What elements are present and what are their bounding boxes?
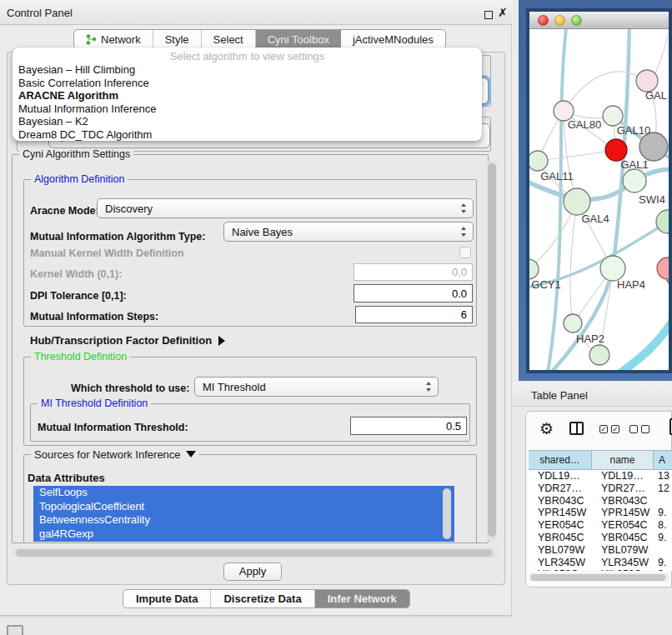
dropdown-item[interactable]: ARACNE Algorithm bbox=[13, 89, 482, 102]
node-label: GAL11 bbox=[540, 170, 574, 182]
aracne-mode-combo[interactable]: Discovery bbox=[97, 198, 474, 218]
network-node-green-right[interactable] bbox=[656, 210, 672, 233]
checked-checkbox-icon[interactable]: ✓ bbox=[599, 425, 608, 433]
table-row[interactable]: YBL079W YBL079W bbox=[529, 544, 672, 557]
collapsed-arrow-icon bbox=[218, 336, 225, 346]
table-row[interactable]: YDR27… YDR27… 12 bbox=[529, 482, 672, 495]
checked-checkbox-icon[interactable]: ✓ bbox=[611, 425, 619, 433]
table-row[interactable]: YER054C YER054C 8. bbox=[529, 519, 672, 532]
table-panel-region: Table Panel ⚙ ✓ ✓ shared… name A bbox=[512, 381, 672, 635]
table-row[interactable]: YPR145W YPR145W 9. bbox=[529, 507, 672, 519]
settings-vertical-scrollbar-thumb[interactable] bbox=[488, 163, 496, 537]
dropdown-item[interactable]: Bayesian – K2 bbox=[13, 115, 482, 128]
attribute-list-item[interactable]: TopologicalCoefficient bbox=[33, 500, 454, 514]
dropdown-item[interactable]: Dream8 DC_TDC Algorithm bbox=[13, 128, 482, 142]
dropdown-placeholder: Select algorithm to view settings bbox=[13, 50, 482, 63]
mi-type-label: Mutual Information Algorithm Type: bbox=[30, 231, 205, 242]
table-row[interactable]: YDL19… YDL19… 13 bbox=[529, 470, 672, 482]
network-node-rose[interactable] bbox=[657, 258, 672, 279]
column-header-clipped[interactable]: A bbox=[654, 451, 672, 470]
sources-group-title[interactable]: Sources for Network Inference bbox=[31, 448, 199, 461]
dpi-tolerance-field[interactable]: 0.0 bbox=[354, 284, 473, 302]
table-row[interactable]: YBR045C YBR045C 9. bbox=[529, 532, 672, 544]
columns-icon[interactable] bbox=[569, 422, 584, 435]
hub-definition-label: Hub/Transcription Factor Definition bbox=[30, 334, 212, 347]
mi-algorithm-type-combo[interactable]: Naive Bayes bbox=[223, 222, 474, 242]
kernel-width-label: Kernel Width (0,1): bbox=[30, 268, 122, 280]
control-panel-tab[interactable]: Style bbox=[153, 30, 202, 48]
mi-steps-field[interactable]: 6 bbox=[355, 306, 473, 323]
manual-kernel-checkbox[interactable] bbox=[459, 247, 471, 258]
network-node-gal11[interactable] bbox=[529, 151, 548, 171]
network-canvas-svg: GALGAL80GAL10GAL1GAL11SWI4GAL4GCY1HAP4YH… bbox=[529, 29, 672, 373]
bottom-tab[interactable]: Impute Data bbox=[123, 590, 211, 608]
node-label: GAL10 bbox=[617, 124, 650, 137]
minimize-traffic-light-icon[interactable] bbox=[554, 15, 565, 26]
settings-horizontal-scrollbar-thumb[interactable] bbox=[16, 549, 493, 557]
unchecked-checkbox-icon[interactable] bbox=[641, 425, 649, 433]
dropdown-item[interactable]: Mutual Information Inference bbox=[13, 102, 482, 116]
table-row[interactable]: YIL052C YIL052C 9. bbox=[529, 568, 672, 571]
tab-label: Style bbox=[165, 33, 189, 46]
control-panel-titlebar: Control Panel ✗ bbox=[0, 0, 512, 25]
network-node-hap4[interactable] bbox=[600, 256, 625, 281]
control-panel-tab[interactable]: jActiveMNodules bbox=[341, 30, 445, 48]
bottom-tab[interactable]: Discretize Data bbox=[211, 590, 314, 608]
hub-definition-toggle[interactable]: Hub/Transcription Factor Definition bbox=[30, 334, 225, 347]
network-node-bottom-node[interactable] bbox=[589, 345, 609, 365]
dropdown-item[interactable]: Basic Correlation Inference bbox=[13, 77, 482, 90]
network-node-swi4[interactable] bbox=[623, 169, 646, 192]
network-node-gray-node[interactable] bbox=[639, 132, 668, 161]
node-table: shared… name A YDL19… YDL19… 13 YDR2 bbox=[529, 450, 672, 571]
network-node-gal4[interactable] bbox=[564, 188, 590, 215]
kernel-width-field[interactable]: 0.0 bbox=[354, 263, 473, 281]
control-panel-bottom-edge bbox=[0, 615, 512, 618]
table-row[interactable]: YLR345W YLR345W 9. bbox=[529, 557, 672, 569]
control-panel-tab[interactable]: Select bbox=[202, 30, 256, 48]
column-header-shared-name[interactable]: shared… bbox=[529, 451, 592, 470]
which-threshold-label: Which threshold to use: bbox=[71, 382, 189, 394]
minimized-panel-icon[interactable] bbox=[7, 625, 23, 635]
network-tree-icon bbox=[86, 34, 97, 45]
dropdown-item[interactable]: Bayesian – Hill Climbing bbox=[13, 63, 482, 77]
control-panel-tab[interactable]: Cyni Toolbox bbox=[256, 30, 341, 48]
attribute-list-item[interactable]: BetweennessCentrality bbox=[33, 513, 454, 528]
thick-cyan-edge bbox=[617, 317, 672, 373]
which-threshold-combo[interactable]: MI Threshold bbox=[194, 377, 439, 397]
control-panel-tab[interactable]: Network bbox=[74, 30, 153, 48]
data-attributes-label: Data Attributes bbox=[28, 472, 105, 484]
node-label: HAP4 bbox=[617, 278, 645, 291]
network-node-gcy1[interactable] bbox=[529, 259, 539, 279]
mi-threshold-field[interactable]: 0.5 bbox=[350, 417, 467, 435]
close-traffic-light-icon[interactable] bbox=[538, 15, 549, 26]
attributes-list-scrollbar[interactable] bbox=[443, 488, 451, 539]
zoom-traffic-light-icon[interactable] bbox=[571, 15, 582, 26]
float-window-icon[interactable] bbox=[484, 11, 493, 19]
sources-title-label: Sources for Network Inference bbox=[34, 448, 181, 461]
gear-icon[interactable]: ⚙ bbox=[539, 419, 554, 438]
table-toolbar: ⚙ ✓ ✓ bbox=[526, 412, 671, 448]
table-row[interactable]: YBR043C YBR043C bbox=[529, 495, 672, 508]
network-window-titlebar[interactable] bbox=[529, 12, 669, 29]
attribute-list-item[interactable]: SelfLoops bbox=[33, 486, 454, 500]
network-node-gal10[interactable] bbox=[603, 106, 623, 126]
aracne-mode-value: Discovery bbox=[105, 202, 153, 215]
column-header-name[interactable]: name bbox=[592, 451, 654, 470]
mi-type-value: Naive Bayes bbox=[232, 226, 293, 238]
bottom-tab[interactable]: Infer Network bbox=[315, 590, 409, 608]
network-view-window[interactable]: GALGAL80GAL10GAL1GAL11SWI4GAL4GCY1HAP4YH… bbox=[526, 8, 672, 373]
network-node-hap2[interactable] bbox=[564, 314, 582, 332]
table-horizontal-scrollbar-thumb[interactable] bbox=[530, 574, 665, 581]
apply-button[interactable]: Apply bbox=[223, 562, 282, 581]
attribute-list-item[interactable]: gal4RGexp bbox=[33, 528, 454, 542]
aracne-mode-label: Aracne Mode: bbox=[30, 205, 99, 217]
table-horizontal-scrollbar[interactable] bbox=[529, 573, 669, 582]
close-icon[interactable]: ✗ bbox=[498, 6, 508, 19]
node-label: GAL1 bbox=[620, 158, 648, 171]
stepper-arrows-icon bbox=[426, 382, 432, 392]
tab-label: Select bbox=[213, 33, 243, 46]
table-header-row: shared… name A bbox=[529, 450, 672, 470]
unchecked-checkbox-icon[interactable] bbox=[629, 425, 638, 433]
node-label: Y bbox=[666, 278, 672, 290]
network-canvas[interactable]: GALGAL80GAL10GAL1GAL11SWI4GAL4GCY1HAP4YH… bbox=[529, 29, 669, 370]
